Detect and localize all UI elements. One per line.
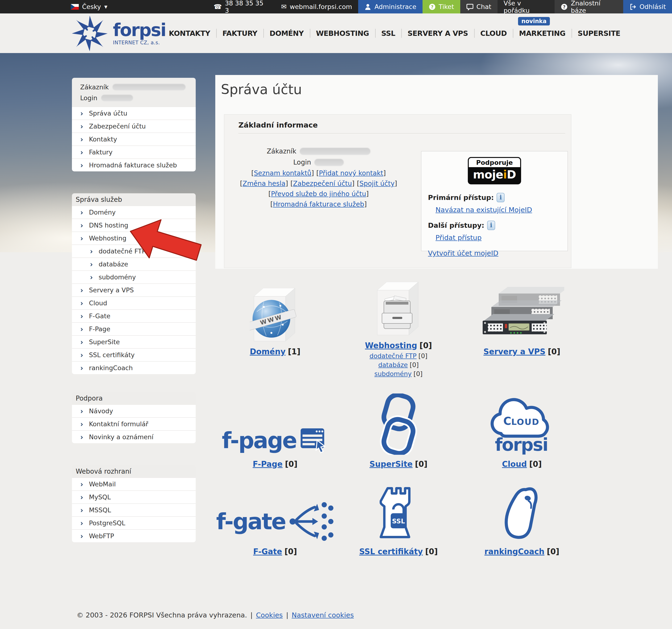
sidebar-item-dodatecne-ftp[interactable]: ›dodatečné FTP <box>72 244 196 258</box>
sidebar-item-kontaktni-formular[interactable]: ›Kontaktní formulář <box>72 417 196 430</box>
chevron-right-icon: › <box>80 136 83 143</box>
user-icon <box>364 3 371 10</box>
service-link-rankingcoach[interactable]: rankingCoach <box>484 547 545 556</box>
knowledge-base-button[interactable]: ? Znalostní báze <box>555 0 623 14</box>
svg-text:forpsi: forpsi <box>495 435 548 455</box>
link-vytvorit-mojeid[interactable]: Vytvořit účet mojeID <box>428 249 499 257</box>
cookies-link[interactable]: Cookies <box>256 611 283 619</box>
status-button[interactable]: Vše v pořádku <box>498 0 555 14</box>
nav-webhosting[interactable]: WEBHOSTING <box>310 29 375 38</box>
service-ssl: SSL SSL certifikáty[0] <box>359 490 438 572</box>
logout-button[interactable]: Odhlásit <box>623 0 672 14</box>
nav-supersite[interactable]: SUPERSITE <box>572 29 626 38</box>
sidebar-item-rankingcoach[interactable]: ›rankingCoach <box>72 361 196 374</box>
language-selector[interactable]: Česky ▼ <box>71 0 107 14</box>
sidebar-item-mysql[interactable]: ›MySQL <box>72 490 196 503</box>
service-link-f-page[interactable]: F-Page <box>253 459 283 469</box>
link-hromadna-fakturace[interactable]: Hromadná fakturace služeb <box>273 200 364 208</box>
link-navazat-mojeid[interactable]: Navázat na existující MojeID <box>435 206 532 214</box>
webmail-block[interactable]: ✉ webmail.forpsi.com <box>275 0 358 14</box>
sidebar-item-mssql[interactable]: ›MSSQL <box>72 503 196 516</box>
sidebar-item-novinky[interactable]: ›Novinky a oznámení <box>72 430 196 443</box>
sidebar-item-cloud[interactable]: ›Cloud <box>72 296 196 309</box>
chevron-right-icon: › <box>80 286 83 294</box>
customer-label: Zákazník <box>80 83 109 91</box>
chat-button[interactable]: Chat <box>460 0 498 14</box>
chevron-right-icon: › <box>80 162 83 169</box>
chevron-right-icon: › <box>80 110 83 117</box>
sidebar-item-postgresql[interactable]: ›PostgreSQL <box>72 516 196 529</box>
sidebar-item-ssl-certifikaty[interactable]: ›SSL certifikáty <box>72 348 196 361</box>
sidebar-account-panel: Zákazník Login ›Správa účtu ›Zabezpečení… <box>72 78 196 171</box>
service-servery: Servery a VPS[0] <box>479 269 564 379</box>
copyright-text: © 2003 - 2026 FORPSI Všechna práva vyhra… <box>77 611 247 619</box>
logo-subtitle: INTERNET CZ, a.s. <box>113 40 166 46</box>
service-link-ssl[interactable]: SSL certifikáty <box>359 547 423 556</box>
administrace-button[interactable]: Administrace <box>358 0 422 14</box>
sidebar-item-webftp[interactable]: ›WebFTP <box>72 529 196 542</box>
svg-text:?: ? <box>431 4 433 9</box>
supersite-chain-icon <box>375 393 422 455</box>
sidebar-item-kontakty[interactable]: ›Kontakty <box>72 132 196 145</box>
service-link-supersite[interactable]: SuperSite <box>369 459 413 469</box>
service-link-databaze[interactable]: databáze <box>378 361 408 368</box>
chat-bubble-icon <box>466 3 474 10</box>
page-title: Správa účtu <box>221 81 302 97</box>
customer-value-redacted <box>300 148 370 155</box>
link-zabezpeceni-uctu[interactable]: Zabezpečení účtu <box>293 180 352 188</box>
nav-ssl[interactable]: SSL <box>375 29 401 38</box>
service-link-webhosting[interactable]: Webhosting <box>365 341 417 350</box>
nav-domeny[interactable]: DOMÉNY <box>263 29 310 38</box>
chevron-right-icon: › <box>80 312 83 320</box>
cloud-forpsi-icon: CLOUD forpsi <box>482 397 562 455</box>
sidebar-item-f-page[interactable]: ›F-Page <box>72 322 196 335</box>
status-text: Vše v pořádku <box>504 0 549 14</box>
chevron-right-icon: › <box>80 209 83 216</box>
sidebar-support-panel: Podpora ›Návody ›Kontaktní formulář ›Nov… <box>72 392 196 443</box>
f-gate-logo-text: f-gate <box>216 511 286 533</box>
link-seznam-kontaktu[interactable]: Seznam kontaktů <box>254 169 311 177</box>
sidebar: Zákazník Login ›Správa účtu ›Zabezpečení… <box>72 78 196 542</box>
sidebar-item-servery-a-vps[interactable]: ›Servery a VPS <box>72 283 196 296</box>
sidebar-item-webhosting[interactable]: ›Webhosting <box>72 232 196 244</box>
sidebar-item-navody[interactable]: ›Návody <box>72 404 196 417</box>
cookie-settings-link[interactable]: Nastavení cookies <box>292 611 354 619</box>
link-spojit-ucty[interactable]: Spojit účty <box>359 180 394 188</box>
sidebar-web-panel: Webová rozhraní ›WebMail ›MySQL ›MSSQL ›… <box>72 465 196 542</box>
sidebar-item-dns-hosting[interactable]: ›DNS hosting <box>72 219 196 232</box>
service-link-servery[interactable]: Servery a VPS <box>483 347 545 356</box>
service-link-subdomeny[interactable]: subdomény <box>375 370 412 378</box>
nav-faktury[interactable]: FAKTURY <box>216 29 263 38</box>
tiket-button[interactable]: ? Tiket <box>423 0 460 14</box>
phone-block: ☎ 38 38 35 35 3 <box>208 0 275 14</box>
sidebar-item-hromadna-fakturace[interactable]: ›Hromadná fakturace služeb <box>72 159 196 171</box>
sidebar-item-f-gate[interactable]: ›F-Gate <box>72 309 196 322</box>
sidebar-item-sprava-uctu[interactable]: ›Správa účtu <box>72 106 196 120</box>
service-link-cloud[interactable]: Cloud <box>502 459 527 469</box>
nav-marketing[interactable]: MARKETING novinka <box>513 29 572 38</box>
nav-kontakty[interactable]: KONTAKTY <box>163 29 216 38</box>
primary-access-label: Primární přístup: <box>428 194 494 201</box>
sidebar-item-domeny[interactable]: ›Domény <box>72 205 196 219</box>
nav-servery-a-vps[interactable]: SERVERY A VPS <box>401 29 474 38</box>
nav-cloud[interactable]: CLOUD <box>474 29 513 38</box>
info-icon[interactable]: i <box>487 221 495 230</box>
sidebar-item-faktury[interactable]: ›Faktury <box>72 145 196 159</box>
service-link-domeny[interactable]: Domény <box>250 347 286 356</box>
link-pridat-novy-kontakt[interactable]: Přidat nový kontakt <box>319 169 383 177</box>
link-pridat-pristup[interactable]: Přidat přístup <box>435 234 481 242</box>
servers-rack-icon <box>479 287 564 342</box>
service-link-f-gate[interactable]: F-Gate <box>253 547 282 556</box>
rankingcoach-whistle-icon <box>504 487 539 542</box>
sidebar-item-databaze[interactable]: ›databáze <box>72 258 196 270</box>
sidebar-item-zabezpeceni-uctu[interactable]: ›Zabezpečení účtu <box>72 120 196 132</box>
other-access-label: Další přístupy: <box>428 221 484 229</box>
service-link-dodatecne-ftp[interactable]: dodatečné FTP <box>369 352 417 360</box>
link-zmena-hesla[interactable]: Změna hesla <box>243 180 286 188</box>
sidebar-item-supersite[interactable]: ›SuperSite <box>72 335 196 348</box>
info-icon[interactable]: i <box>497 193 505 202</box>
forpsi-logo[interactable]: forpsi INTERNET CZ, a.s. <box>68 15 166 52</box>
sidebar-item-subdomeny[interactable]: ›subdomény <box>72 270 196 283</box>
link-prevod-sluzeb[interactable]: Převod služeb do jiného účtu <box>271 190 366 198</box>
sidebar-item-webmail[interactable]: ›WebMail <box>72 477 196 490</box>
